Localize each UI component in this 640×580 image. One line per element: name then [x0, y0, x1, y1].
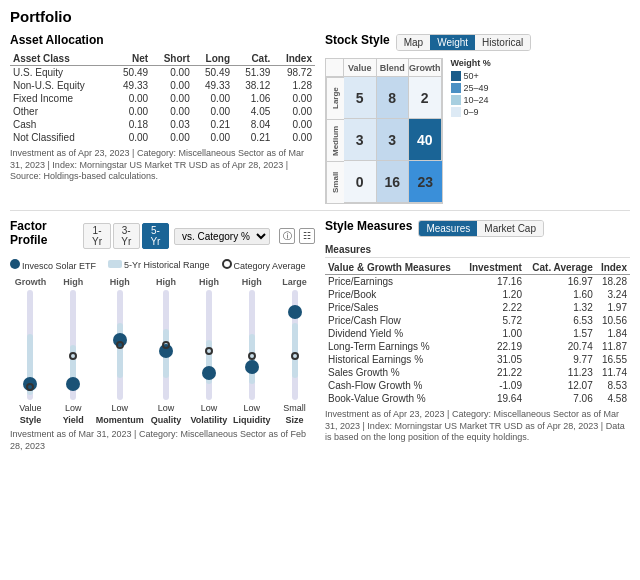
factor-col-name: Size — [286, 415, 304, 425]
alloc-cell: 51.39 — [233, 66, 273, 80]
legend-item-label: 10–24 — [464, 95, 489, 105]
measures-cell: 11.23 — [525, 366, 596, 379]
alloc-cell: 0.00 — [151, 131, 193, 144]
factor-info-icon[interactable]: ⓘ — [279, 228, 295, 244]
measures-col-header: Cat. Average — [525, 261, 596, 275]
factor-period-btn-3yr[interactable]: 3-Yr — [113, 223, 140, 249]
grid-cell: 40 — [409, 119, 442, 161]
alloc-cell: 0.00 — [273, 131, 315, 144]
measures-cell: 1.57 — [525, 327, 596, 340]
alloc-cell: Fixed Income — [10, 92, 111, 105]
factor-range-bar — [117, 323, 123, 378]
factor-viz — [62, 290, 84, 400]
vs-category-select[interactable]: vs. Category % — [174, 228, 270, 245]
measures-cell: Price/Cash Flow — [325, 314, 462, 327]
factor-top-label: High — [63, 277, 83, 287]
measures-cell: 1.60 — [525, 288, 596, 301]
alloc-cell: Cash — [10, 118, 111, 131]
legend-item: 0–9 — [451, 107, 491, 117]
alloc-cell: Non-U.S. Equity — [10, 79, 111, 92]
style-grid-wrapper: ValueBlendGrowthLarge582Medium3340Small0… — [325, 58, 443, 204]
legend-item-label: 25–49 — [464, 83, 489, 93]
grid-col-header: Value — [344, 59, 377, 77]
grid-cell: 5 — [344, 77, 377, 119]
alloc-cell: 0.00 — [111, 92, 151, 105]
measures-col-header: Investment — [462, 261, 525, 275]
style-grid: ValueBlendGrowthLarge582Medium3340Small0… — [325, 58, 443, 204]
factor-cat-dot — [162, 341, 170, 349]
factor-period-btn-1yr[interactable]: 1-Yr — [83, 223, 110, 249]
factor-footnote: Investment as of Mar 31, 2023 | Category… — [10, 429, 315, 452]
factor-main-dot — [245, 360, 259, 374]
measures-cell: 21.22 — [462, 366, 525, 379]
grid-cell: 2 — [409, 77, 442, 119]
measures-tabs: MeasuresMarket Cap — [418, 220, 544, 237]
measures-cell: Dividend Yield % — [325, 327, 462, 340]
alloc-cell: 0.00 — [273, 105, 315, 118]
legend-color-box — [451, 83, 461, 93]
measures-cell: 4.58 — [596, 392, 630, 405]
table-row: Non-U.S. Equity49.330.0049.3338.121.28 — [10, 79, 315, 92]
measures-cell: 19.64 — [462, 392, 525, 405]
stock-style-section: Stock Style MapWeightHistorical ValueBle… — [325, 33, 630, 204]
factor-col-name: Style — [20, 415, 42, 425]
table-row: Long-Term Earnings %22.1920.7411.87 — [325, 340, 630, 353]
alloc-cell: 0.00 — [151, 79, 193, 92]
measures-cell: 6.53 — [525, 314, 596, 327]
legend-cat-label: Category Average — [234, 261, 306, 271]
measures-cell: Price/Book — [325, 288, 462, 301]
factor-period-group: 1-Yr3-Yr5-Yr — [83, 223, 169, 249]
measures-cell: Long-Term Earnings % — [325, 340, 462, 353]
factor-top-label: Large — [282, 277, 307, 287]
alloc-cell: 0.18 — [111, 118, 151, 131]
factor-cat-dot — [248, 352, 256, 360]
factor-column-liquidity: HighLowLiquidity — [231, 277, 272, 425]
measures-cell: 18.28 — [596, 275, 630, 289]
measures-tab-measures[interactable]: Measures — [419, 221, 477, 236]
factor-grid-icon[interactable]: ☷ — [299, 228, 315, 244]
alloc-cell: Other — [10, 105, 111, 118]
stock-style-tab-weight[interactable]: Weight — [430, 35, 475, 50]
stock-style-tab-map[interactable]: Map — [397, 35, 430, 50]
style-legend: Weight % 50+25–4910–240–9 — [451, 58, 491, 204]
measures-table: Value & Growth MeasuresInvestmentCat. Av… — [325, 261, 630, 405]
grid-corner — [326, 59, 344, 77]
table-row: U.S. Equity50.490.0050.4951.3998.72 — [10, 66, 315, 80]
alloc-cell: 0.00 — [151, 92, 193, 105]
alloc-rows: U.S. Equity50.490.0050.4951.3998.72Non-U… — [10, 66, 315, 145]
factor-period-btn-5yr[interactable]: 5-Yr — [142, 223, 169, 249]
measures-tab-market-cap[interactable]: Market Cap — [477, 221, 543, 236]
measures-subtitle: Measures — [325, 244, 630, 258]
factor-top-label: High — [156, 277, 176, 287]
factor-column-volatility: HighLowVolatility — [188, 277, 229, 425]
measures-col-header: Index — [596, 261, 630, 275]
factor-bottom-label: Low — [243, 403, 260, 413]
factor-top-label: Growth — [15, 277, 47, 287]
measures-cell: 1.20 — [462, 288, 525, 301]
table-row: Price/Cash Flow5.726.5310.56 — [325, 314, 630, 327]
factor-viz — [19, 290, 41, 400]
factor-range-bar — [292, 323, 298, 378]
measures-cell: 1.97 — [596, 301, 630, 314]
grid-cell: 16 — [377, 161, 410, 203]
measures-cell: 11.74 — [596, 366, 630, 379]
alloc-cell: 0.03 — [151, 118, 193, 131]
legend-item: 10–24 — [451, 95, 491, 105]
stock-style-tab-historical[interactable]: Historical — [475, 35, 530, 50]
legend-title: Weight % — [451, 58, 491, 68]
alloc-col-header: Long — [193, 52, 233, 66]
grid-col-header: Blend — [377, 59, 410, 77]
table-row: Cash-Flow Growth %-1.0912.078.53 — [325, 379, 630, 392]
stock-style-tabs: MapWeightHistorical — [396, 34, 532, 51]
portfolio-page: Portfolio Asset Allocation Asset ClassNe… — [0, 0, 640, 460]
factor-cat-dot — [69, 352, 77, 360]
factor-column-yield: HighLowYield — [53, 277, 94, 425]
legend-main-label: Invesco Solar ETF — [22, 261, 96, 271]
page-title: Portfolio — [10, 8, 630, 25]
asset-allocation-title: Asset Allocation — [10, 33, 315, 47]
factor-viz — [198, 290, 220, 400]
factor-profile-section: Factor Profile 1-Yr3-Yr5-Yr vs. Category… — [10, 219, 315, 452]
table-row: Cash0.180.030.218.040.00 — [10, 118, 315, 131]
measures-cell: 1.84 — [596, 327, 630, 340]
measures-rows: Price/Earnings17.1616.9718.28Price/Book1… — [325, 275, 630, 406]
